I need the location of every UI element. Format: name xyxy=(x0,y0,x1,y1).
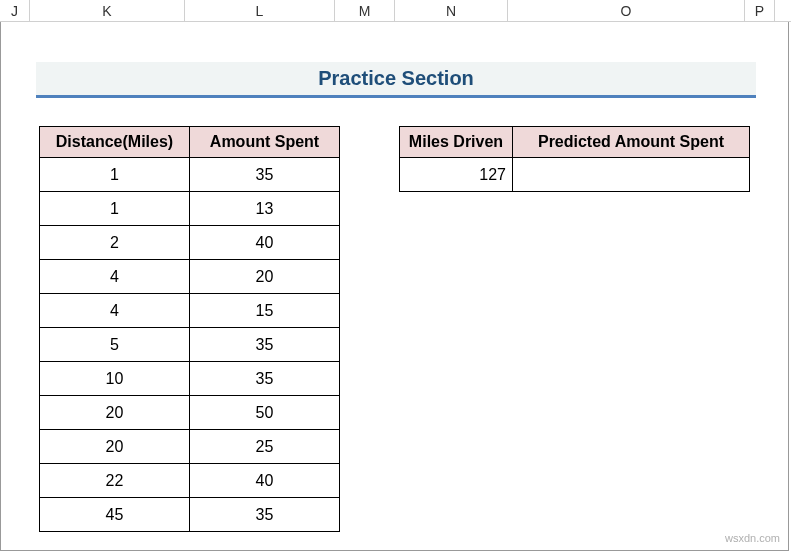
cell-distance[interactable]: 20 xyxy=(40,430,190,464)
watermark: wsxdn.com xyxy=(725,532,780,544)
col-header-N[interactable]: N xyxy=(395,0,508,21)
table-row: 45 35 xyxy=(40,498,340,532)
table-row: 2 40 xyxy=(40,226,340,260)
table-header-row: Miles Driven Predicted Amount Spent xyxy=(400,127,750,158)
table-row: 1 13 xyxy=(40,192,340,226)
table-row: 127 xyxy=(400,158,750,192)
cell-amount[interactable]: 20 xyxy=(190,260,340,294)
col-header-O[interactable]: O xyxy=(508,0,745,21)
cell-distance[interactable]: 4 xyxy=(40,260,190,294)
table-row: 20 50 xyxy=(40,396,340,430)
cell-distance[interactable]: 5 xyxy=(40,328,190,362)
header-amount-spent[interactable]: Amount Spent xyxy=(190,127,340,158)
table-header-row: Distance(Miles) Amount Spent xyxy=(40,127,340,158)
cell-amount[interactable]: 15 xyxy=(190,294,340,328)
cell-distance[interactable]: 4 xyxy=(40,294,190,328)
cell-amount[interactable]: 35 xyxy=(190,158,340,192)
col-header-K[interactable]: K xyxy=(30,0,185,21)
cell-predicted-amount[interactable] xyxy=(513,158,750,192)
col-header-M[interactable]: M xyxy=(335,0,395,21)
cell-amount[interactable]: 40 xyxy=(190,464,340,498)
sheet-area: Practice Section Distance(Miles) Amount … xyxy=(0,22,789,551)
cell-distance[interactable]: 20 xyxy=(40,396,190,430)
col-header-P[interactable]: P xyxy=(745,0,775,21)
cell-distance[interactable]: 45 xyxy=(40,498,190,532)
table-row: 5 35 xyxy=(40,328,340,362)
table-row: 22 40 xyxy=(40,464,340,498)
page-title: Practice Section xyxy=(318,67,474,90)
cell-amount[interactable]: 35 xyxy=(190,328,340,362)
cell-miles-driven[interactable]: 127 xyxy=(400,158,513,192)
title-band: Practice Section xyxy=(36,62,756,98)
data-table-predicted: Miles Driven Predicted Amount Spent 127 xyxy=(399,126,750,192)
cell-amount[interactable]: 50 xyxy=(190,396,340,430)
cell-distance[interactable]: 1 xyxy=(40,192,190,226)
cell-amount[interactable]: 35 xyxy=(190,498,340,532)
cell-amount[interactable]: 35 xyxy=(190,362,340,396)
header-distance[interactable]: Distance(Miles) xyxy=(40,127,190,158)
col-header-J[interactable]: J xyxy=(0,0,30,21)
table-row: 1 35 xyxy=(40,158,340,192)
cell-distance[interactable]: 2 xyxy=(40,226,190,260)
header-predicted-amount[interactable]: Predicted Amount Spent xyxy=(513,127,750,158)
table-row: 10 35 xyxy=(40,362,340,396)
table-row: 4 15 xyxy=(40,294,340,328)
data-table-distance: Distance(Miles) Amount Spent 1 35 1 13 2… xyxy=(39,126,340,532)
col-header-L[interactable]: L xyxy=(185,0,335,21)
cell-distance[interactable]: 22 xyxy=(40,464,190,498)
column-headers: J K L M N O P xyxy=(0,0,791,22)
cell-distance[interactable]: 1 xyxy=(40,158,190,192)
cell-amount[interactable]: 40 xyxy=(190,226,340,260)
cell-distance[interactable]: 10 xyxy=(40,362,190,396)
table-row: 4 20 xyxy=(40,260,340,294)
header-miles-driven[interactable]: Miles Driven xyxy=(400,127,513,158)
cell-amount[interactable]: 25 xyxy=(190,430,340,464)
cell-amount[interactable]: 13 xyxy=(190,192,340,226)
table-row: 20 25 xyxy=(40,430,340,464)
